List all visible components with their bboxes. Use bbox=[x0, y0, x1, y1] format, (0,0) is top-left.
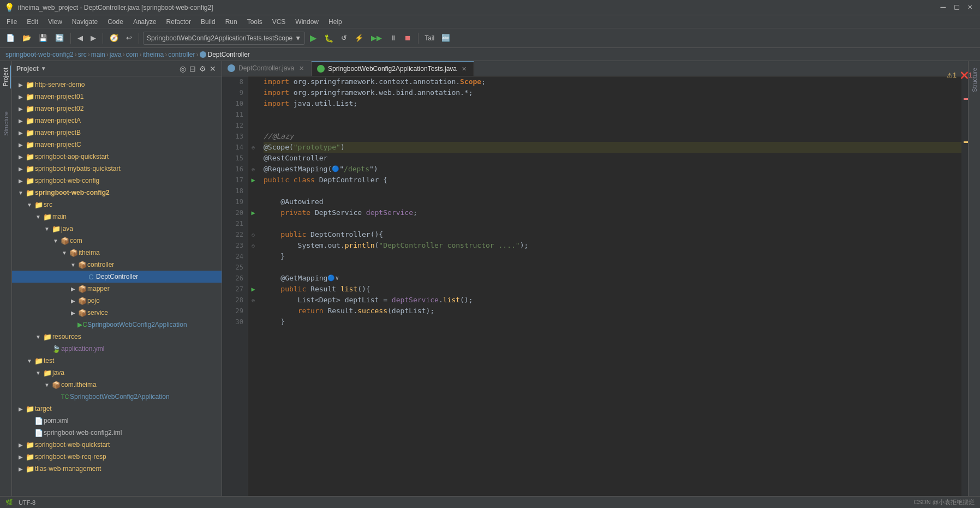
tree-item-maven-projectc[interactable]: ▶ 📁 maven-projectC bbox=[12, 139, 222, 151]
toolbar-refresh-button[interactable]: 🔄 bbox=[52, 32, 67, 44]
tree-item-test-java[interactable]: ▼ 📁 java bbox=[12, 367, 222, 379]
breadcrumb-itheima[interactable]: itheima bbox=[142, 51, 164, 58]
tree-item-http-server-demo[interactable]: ▶ 📁 http-server-demo bbox=[12, 79, 222, 91]
toolbar-undo-button[interactable]: ↩ bbox=[123, 32, 135, 44]
tree-item-maven-project01[interactable]: ▶ 📁 maven-project01 bbox=[12, 91, 222, 103]
tree-item-springboot-aop[interactable]: ▶ 📁 springboot-aop-quickstart bbox=[12, 151, 222, 163]
tree-item-pojo[interactable]: ▶ 📦 pojo bbox=[12, 295, 222, 307]
menu-help[interactable]: Help bbox=[324, 17, 346, 27]
tree-item-maven-projecta[interactable]: ▶ 📁 maven-projectA bbox=[12, 115, 222, 127]
fold-line22[interactable]: ⊖ bbox=[248, 229, 258, 240]
code-editor[interactable]: 8 9 10 11 12 13 14 15 16 17 18 19 20 21 … bbox=[222, 76, 968, 508]
tree-item-service[interactable]: ▶ 📦 service bbox=[12, 307, 222, 319]
structure-toggle[interactable]: Structure bbox=[970, 65, 979, 94]
toolbar-nav-button[interactable]: 🧭 bbox=[107, 32, 121, 44]
toolbar-forward-button[interactable]: ▶ bbox=[88, 32, 99, 44]
breadcrumb-main[interactable]: main bbox=[91, 51, 105, 58]
tab-deptcontroller[interactable]: DeptController.java ✕ bbox=[222, 61, 312, 76]
tree-item-springboot-web-req-resp[interactable]: ▶ 📁 springboot-web-req-resp bbox=[12, 451, 222, 463]
tree-item-maven-project02[interactable]: ▶ 📁 maven-project02 bbox=[12, 103, 222, 115]
tree-item-application-yml[interactable]: 🍃 application.yml bbox=[12, 343, 222, 355]
code-content[interactable]: import org.springframework.context.annot… bbox=[258, 76, 961, 508]
right-scroll-gutter[interactable] bbox=[961, 76, 968, 508]
tree-item-pom[interactable]: 📄 pom.xml bbox=[12, 415, 222, 427]
tree-item-mapper[interactable]: ▶ 📦 mapper bbox=[12, 283, 222, 295]
menu-edit[interactable]: Edit bbox=[22, 17, 43, 27]
toolbar-open-button[interactable]: 📂 bbox=[20, 32, 34, 44]
run-button[interactable]: ▶ bbox=[307, 31, 319, 45]
structure-panel-toggle[interactable]: Structure bbox=[2, 109, 10, 138]
tree-item-resources[interactable]: ▼ 📁 resources bbox=[12, 331, 222, 343]
run-config-dropdown[interactable]: SpringbootWebConfig2ApplicationTests.tes… bbox=[143, 32, 305, 45]
line-16: 16 bbox=[222, 164, 243, 175]
menu-run[interactable]: Run bbox=[221, 17, 242, 27]
sidebar-close-button[interactable]: ✕ bbox=[208, 63, 217, 74]
tab-close-button[interactable]: ✕ bbox=[297, 64, 306, 73]
tree-item-springboot-mybatis[interactable]: ▶ 📁 springboot-mybatis-quickstart bbox=[12, 163, 222, 175]
project-panel-toggle[interactable]: Project bbox=[1, 65, 11, 88]
menu-code[interactable]: Code bbox=[103, 17, 128, 27]
tree-item-src[interactable]: ▼ 📁 src bbox=[12, 199, 222, 211]
window-minimize-button[interactable]: ─ bbox=[937, 2, 949, 13]
menu-build[interactable]: Build bbox=[196, 17, 220, 27]
fold-line16[interactable]: ⊖ bbox=[248, 164, 258, 175]
breadcrumb-java[interactable]: java bbox=[110, 51, 122, 58]
menu-analyze[interactable]: Analyze bbox=[129, 17, 161, 27]
tab-close-button[interactable]: ✕ bbox=[460, 65, 468, 73]
toolbar-save-button[interactable]: 💾 bbox=[36, 32, 50, 44]
window-maximize-button[interactable]: □ bbox=[951, 2, 962, 13]
breadcrumb-com[interactable]: com bbox=[126, 51, 139, 58]
breadcrumb-project[interactable]: springboot-web-config2 bbox=[5, 51, 74, 58]
window-close-button[interactable]: ✕ bbox=[965, 2, 976, 13]
menu-refactor[interactable]: Refactor bbox=[162, 17, 195, 27]
tree-item-maven-projectb[interactable]: ▶ 📁 maven-projectB bbox=[12, 127, 222, 139]
fast-run-button[interactable]: ▶▶ bbox=[368, 32, 385, 44]
breadcrumb-controller[interactable]: controller bbox=[168, 51, 195, 58]
sidebar-locate-button[interactable]: ◎ bbox=[178, 63, 187, 74]
menu-view[interactable]: View bbox=[44, 17, 67, 27]
tree-item-java[interactable]: ▼ 📁 java bbox=[12, 223, 222, 235]
tree-item-controller[interactable]: ▼ 📦 controller bbox=[12, 259, 222, 271]
tree-item-main[interactable]: ▼ 📁 main bbox=[12, 211, 222, 223]
profile-button[interactable]: ⚡ bbox=[352, 32, 366, 44]
tree-item-tlias-web[interactable]: ▶ 📁 tlias-web-management bbox=[12, 463, 222, 475]
toolbar-new-button[interactable]: 📄 bbox=[3, 32, 17, 44]
menu-navigate[interactable]: Navigate bbox=[68, 17, 102, 27]
sidebar-settings-button[interactable]: ⚙ bbox=[198, 63, 207, 74]
debug-button[interactable]: 🐛 bbox=[321, 32, 336, 44]
menu-tools[interactable]: Tools bbox=[243, 17, 267, 27]
tree-item-deptcontroller[interactable]: C DeptController bbox=[12, 271, 222, 283]
translate-button[interactable]: 🔤 bbox=[439, 32, 453, 44]
tree-item-test[interactable]: ▼ 📁 test bbox=[12, 355, 222, 367]
fold-line23[interactable]: ⊖ bbox=[248, 240, 258, 251]
tail-label[interactable]: Tail bbox=[422, 34, 437, 42]
pause-button[interactable]: ⏸ bbox=[387, 32, 399, 44]
breadcrumb-src[interactable]: src bbox=[78, 51, 87, 58]
tab-springboottest[interactable]: SpringbootWebConfig2ApplicationTests.jav… bbox=[312, 61, 474, 76]
tree-item-com[interactable]: ▼ 📦 com bbox=[12, 235, 222, 247]
menu-vcs[interactable]: VCS bbox=[268, 17, 290, 27]
project-dropdown-arrow[interactable]: ▼ bbox=[41, 65, 46, 71]
sidebar-collapse-button[interactable]: ⊟ bbox=[188, 63, 197, 74]
toolbar-back-button[interactable]: ◀ bbox=[75, 32, 86, 44]
run-with-coverage-button[interactable]: ↺ bbox=[338, 32, 350, 44]
package-icon: 📦 bbox=[77, 285, 87, 293]
tree-item-springboot-tests[interactable]: TC SpringbootWebConfig2Application bbox=[12, 391, 222, 403]
fold-line14[interactable]: ⊖ bbox=[248, 142, 258, 153]
menu-window[interactable]: Window bbox=[291, 17, 323, 27]
tree-item-iml[interactable]: 📄 springboot-web-config2.iml bbox=[12, 427, 222, 439]
gutter-icon-27[interactable]: ▶ bbox=[248, 284, 258, 295]
tree-item-test-com-itheima[interactable]: ▼ 📦 com.itheima bbox=[12, 379, 222, 391]
tree-item-springboot-web-config2[interactable]: ▼ 📁 springboot-web-config2 bbox=[12, 187, 222, 199]
menu-file[interactable]: File bbox=[2, 17, 21, 27]
tree-item-springboot-app[interactable]: ▶C SpringbootWebConfig2Application bbox=[12, 319, 222, 331]
fold-line28[interactable]: ⊖ bbox=[248, 295, 258, 306]
stop-button[interactable]: ⏹ bbox=[402, 32, 414, 44]
tree-item-itheima[interactable]: ▼ 📦 itheima bbox=[12, 247, 222, 259]
tree-item-target[interactable]: ▶ 📁 target bbox=[12, 403, 222, 415]
gutter-icon-17[interactable]: ▶ bbox=[248, 175, 258, 186]
gutter-icon-20[interactable]: ▶ bbox=[248, 207, 258, 218]
tree-label: pojo bbox=[87, 297, 100, 304]
tree-item-springboot-web-config[interactable]: ▶ 📁 springboot-web-config bbox=[12, 175, 222, 187]
tree-item-springboot-web-quickstart[interactable]: ▶ 📁 springboot-web-quickstart bbox=[12, 439, 222, 451]
